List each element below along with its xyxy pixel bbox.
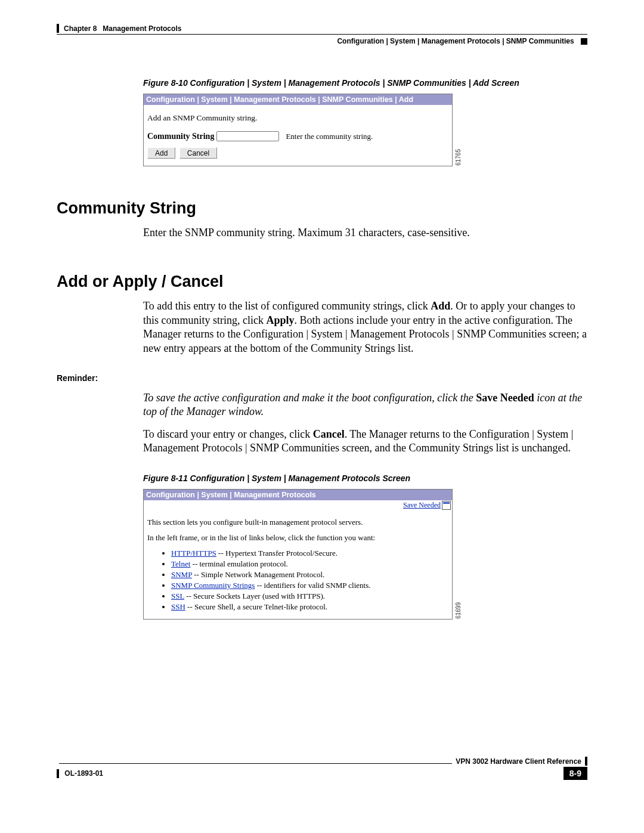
- footer-doc-id: OL-1893-01: [64, 769, 103, 778]
- p1a: To add this entry to the list of configu…: [143, 300, 431, 312]
- link-ssh[interactable]: SSH: [171, 602, 185, 611]
- section-community-string-body: Enter the SNMP community string. Maximum…: [143, 226, 587, 240]
- figure-8-10-screenshot: Configuration | System | Management Prot…: [143, 94, 453, 166]
- section-add-apply-cancel-heading: Add or Apply / Cancel: [57, 272, 587, 291]
- header-square-icon: [581, 38, 587, 45]
- figure-8-11-caption: Figure 8-11 Configuration | System | Man…: [143, 473, 587, 483]
- list-item: SSH -- Secure Shell, a secure Telnet-lik…: [171, 602, 448, 612]
- fig11-code: 61699: [455, 602, 462, 619]
- reminder-label: Reminder:: [57, 373, 587, 383]
- fig11-titlebar: Configuration | System | Management Prot…: [144, 490, 452, 500]
- link-snmp[interactable]: SNMP: [171, 570, 192, 579]
- footer-doc-title: VPN 3002 Hardware Client Reference: [456, 757, 581, 766]
- breadcrumb: Configuration | System | Management Prot…: [337, 37, 574, 45]
- p1d: Apply: [266, 314, 294, 326]
- list-item: Telnet -- terminal emulation protocol.: [171, 559, 448, 569]
- r1a: To save the active configuration and mak…: [143, 392, 476, 404]
- list-item: SNMP Community Strings -- identifiers fo…: [171, 581, 448, 590]
- desc: -- Hypertext Transfer Protocol/Secure.: [216, 549, 338, 558]
- r2a: To discard your entry or changes, click: [143, 428, 313, 440]
- section-add-apply-cancel-body: To add this entry to the list of configu…: [143, 299, 587, 355]
- community-string-input[interactable]: [216, 131, 279, 141]
- fig10-intro: Add an SNMP Community string.: [147, 113, 448, 123]
- reminder-p1: To save the active configuration and mak…: [143, 391, 587, 419]
- figure-8-10-caption: Figure 8-10 Configuration | System | Man…: [143, 78, 587, 88]
- r1b: Save Needed: [476, 392, 534, 404]
- p1b: Add: [431, 300, 450, 312]
- cancel-button[interactable]: Cancel: [179, 147, 217, 159]
- fig11-intro: This section lets you configure built-in…: [147, 518, 448, 527]
- reminder-p2: To discard your entry or changes, click …: [143, 428, 587, 456]
- add-button[interactable]: Add: [147, 147, 175, 159]
- list-item: HTTP/HTTPS -- Hypertext Transfer Protoco…: [171, 549, 448, 558]
- desc: -- terminal emulation protocol.: [190, 559, 288, 568]
- list-item: SNMP -- Simple Network Management Protoc…: [171, 570, 448, 580]
- figure-8-11-screenshot: Configuration | System | Management Prot…: [143, 489, 453, 620]
- community-string-hint: Enter the community string.: [286, 132, 373, 141]
- community-string-label: Community String: [147, 132, 214, 141]
- page-header: Chapter 8 Management Protocols Configura…: [57, 24, 587, 45]
- desc: -- identifiers for valid SNMP clients.: [255, 581, 370, 590]
- link-ssl[interactable]: SSL: [171, 592, 184, 600]
- fig11-instr: In the left frame, or in the list of lin…: [147, 533, 448, 543]
- section-community-string-heading: Community String: [57, 199, 587, 218]
- link-telnet[interactable]: Telnet: [171, 559, 190, 568]
- save-needed-link[interactable]: Save Needed: [403, 501, 441, 509]
- list-item: SSL -- Secure Sockets Layer (used with H…: [171, 592, 448, 601]
- page-number: 8-9: [564, 767, 587, 780]
- link-http-https[interactable]: HTTP/HTTPS: [171, 549, 216, 558]
- chapter-title: Management Protocols: [103, 24, 181, 33]
- desc: -- Simple Network Management Protocol.: [192, 570, 324, 579]
- link-snmp-community-strings[interactable]: SNMP Community Strings: [171, 581, 255, 590]
- r2b: Cancel: [313, 428, 345, 440]
- protocol-list: HTTP/HTTPS -- Hypertext Transfer Protoco…: [160, 549, 448, 612]
- chapter-label: Chapter 8: [64, 24, 97, 33]
- desc: -- Secure Shell, a secure Telnet-like pr…: [185, 602, 327, 611]
- desc: -- Secure Sockets Layer (used with HTTPS…: [184, 592, 325, 600]
- save-icon[interactable]: [442, 501, 451, 510]
- page-footer: VPN 3002 Hardware Client Reference OL-18…: [57, 757, 587, 780]
- fig10-titlebar: Configuration | System | Management Prot…: [144, 94, 452, 105]
- fig10-code: 61765: [455, 149, 462, 166]
